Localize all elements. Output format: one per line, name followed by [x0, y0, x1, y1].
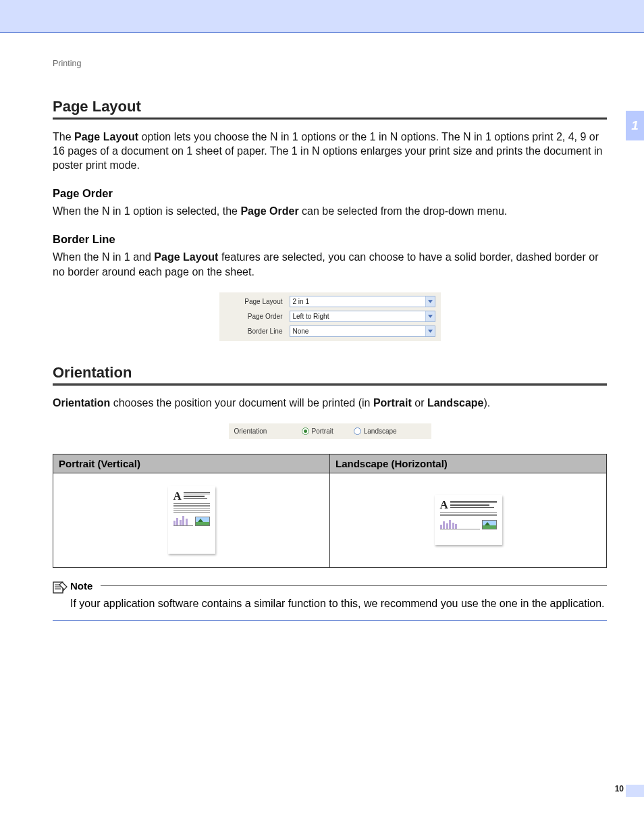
border-line-heading: Border Line	[53, 233, 607, 246]
driver-label: Border Line	[225, 328, 290, 335]
orientation-table: Portrait (Vertical) Landscape (Horizonta…	[53, 454, 607, 568]
picture-icon	[482, 520, 497, 529]
driver-row-page-layout: Page Layout 2 in 1	[225, 296, 435, 307]
orientation-th-portrait: Portrait (Vertical)	[53, 454, 330, 473]
note-icon	[53, 580, 66, 592]
title-rule	[53, 383, 607, 386]
page-layout-intro: The Page Layout option lets you choose t…	[53, 130, 607, 172]
border-line-text: When the N in 1 and Page Layout features…	[53, 250, 607, 278]
chapter-tab: 1	[626, 111, 644, 140]
page-layout-title: Page Layout	[53, 98, 607, 115]
page-order-select[interactable]: Left to Right	[290, 311, 435, 322]
note-rule	[101, 585, 607, 586]
page-order-heading: Page Order	[53, 187, 607, 200]
orientation-radio-panel: Orientation Portrait Landscape	[229, 423, 431, 439]
bar-chart-icon	[173, 515, 193, 526]
radio-checked-icon	[302, 427, 309, 435]
page-number-tab	[626, 785, 644, 797]
chevron-down-icon	[425, 296, 435, 307]
chevron-down-icon	[425, 311, 435, 321]
landscape-cell: A	[330, 473, 607, 567]
chevron-down-icon	[425, 326, 435, 336]
page-number: 10	[615, 784, 624, 793]
driver-label: Page Order	[225, 313, 290, 320]
letter-a-icon: A	[440, 500, 448, 510]
driver-label: Page Layout	[225, 298, 290, 305]
portrait-thumbnail: A	[168, 486, 215, 554]
orientation-title: Orientation	[53, 364, 607, 382]
landscape-thumbnail: A	[435, 495, 502, 545]
page-layout-select[interactable]: 2 in 1	[290, 296, 435, 307]
orientation-intro: Orientation chooses the position your do…	[53, 396, 607, 410]
radio-unchecked-icon	[354, 427, 361, 435]
driver-row-page-order: Page Order Left to Right	[225, 311, 435, 322]
picture-icon	[195, 517, 210, 526]
note-text: If your application software contains a …	[70, 596, 607, 610]
note-label: Note	[70, 580, 92, 592]
breadcrumb: Printing	[53, 59, 607, 68]
portrait-cell: A	[53, 473, 330, 567]
title-rule	[53, 117, 607, 120]
header-banner	[0, 0, 644, 32]
page-order-text: When the N in 1 option is selected, the …	[53, 204, 607, 218]
portrait-radio[interactable]: Portrait	[302, 427, 333, 435]
driver-row-border-line: Border Line None	[225, 325, 435, 337]
driver-dropdown-panel: Page Layout 2 in 1 Page Order Left to Ri…	[219, 292, 441, 341]
landscape-radio[interactable]: Landscape	[354, 427, 397, 435]
note-block: Note If your application software contai…	[53, 580, 607, 621]
note-bottom-rule	[53, 620, 607, 621]
bar-chart-icon	[440, 518, 480, 529]
orientation-th-landscape: Landscape (Horizontal)	[330, 454, 607, 473]
border-line-select[interactable]: None	[290, 325, 435, 337]
page-content: Printing Page Layout The Page Layout opt…	[0, 33, 644, 621]
chapter-number: 1	[631, 118, 639, 133]
orientation-panel-label: Orientation	[234, 427, 302, 435]
letter-a-icon: A	[173, 492, 182, 501]
